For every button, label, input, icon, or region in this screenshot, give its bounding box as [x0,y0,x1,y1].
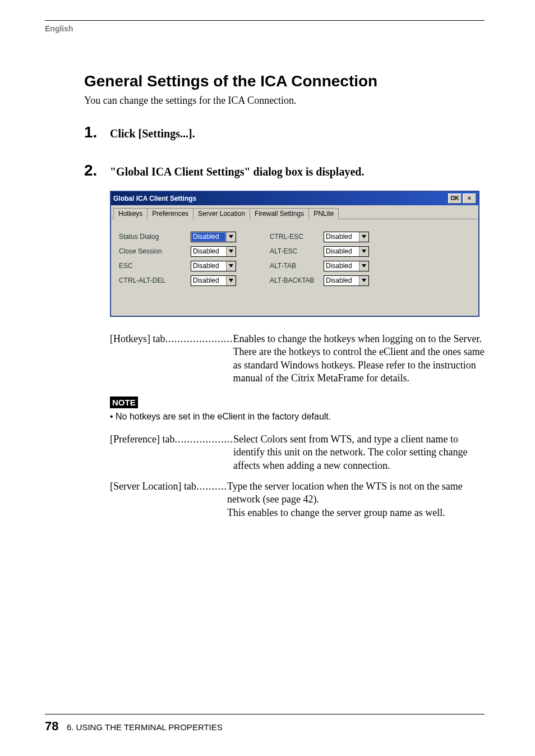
combo-alt-backtab[interactable]: Disabled [324,275,369,286]
def-text: Enables to change the hotkeys when loggi… [233,333,485,385]
close-button[interactable]: × [463,193,476,204]
def-term: [Hotkeys] tab [110,333,165,385]
step-number: 2. [84,162,110,179]
def-text-line1: Type the server location when the WTS is… [227,481,463,505]
combo-value: Disabled [191,247,226,256]
svg-marker-1 [362,235,366,238]
def-term: [Preference] tab [110,433,174,472]
tab-preferences[interactable]: Preferences [147,208,193,219]
svg-marker-0 [229,235,233,238]
tab-firewall-settings[interactable]: Firewall Settings [250,208,309,219]
combo-esc[interactable]: Disabled [191,261,236,271]
hotkey-label-ctrl-esc: CTRL-ESC [270,233,324,241]
tab-server-location[interactable]: Server Location [193,208,250,219]
combo-close-session[interactable]: Disabled [191,246,236,257]
header-language: English [45,24,485,33]
def-term: [Server Location] tab [110,480,196,519]
page-number: 78 [45,719,58,733]
svg-marker-5 [362,264,366,268]
tabstrip: Hotkeys Preferences Server Location Fire… [111,205,478,219]
chapter-title: 6. USING THE TERMINAL PROPERTIES [67,722,223,732]
def-dots: ...................... [165,333,233,385]
combo-value: Disabled [191,276,226,285]
combo-ctrl-esc[interactable]: Disabled [324,232,369,242]
svg-marker-4 [229,264,233,268]
hotkey-label-ctrl-alt-del: CTRL-ALT-DEL [119,276,191,284]
hotkey-row: CTRL-ALT-DEL Disabled ALT-BACKTAB Disabl… [119,273,471,288]
combo-value: Disabled [324,247,359,256]
step-2: 2. "Global ICA Client Settings" dialog b… [84,162,485,179]
def-text: Type the server location when the WTS is… [227,480,485,519]
chevron-down-icon[interactable] [226,232,236,242]
intro-text: You can change the settings for the ICA … [84,95,485,107]
global-ica-dialog: Global ICA Client Settings OK × Hotkeys … [110,191,479,317]
header-rule [45,20,485,21]
tab-pnlite[interactable]: PNLite [308,208,339,219]
dialog-titlebar: Global ICA Client Settings OK × [111,192,478,205]
step-number: 1. [84,123,110,141]
hotkey-row: ESC Disabled ALT-TAB Disabled [119,259,471,273]
combo-value: Disabled [324,232,359,242]
combo-value: Disabled [324,276,359,285]
step-1: 1. Click [Settings...]. [84,123,485,141]
combo-status-dialog[interactable]: Disabled [191,232,236,242]
chevron-down-icon[interactable] [226,261,236,271]
combo-value: Disabled [191,232,226,242]
combo-ctrl-alt-del[interactable]: Disabled [191,275,236,286]
step-text: "Global ICA Client Settings" dialog box … [110,165,364,178]
def-text: Select Colors sent from WTS, and type a … [233,433,485,472]
hotkey-label-esc: ESC [119,262,191,270]
hotkey-label-alt-esc: ALT-ESC [270,247,324,255]
def-hotkeys: [Hotkeys] tab ...................... Ena… [110,333,485,385]
combo-value: Disabled [324,261,359,271]
chevron-down-icon[interactable] [359,261,368,271]
def-dots: .......... [196,480,227,519]
def-text-line2: This enables to change the server group … [227,507,445,518]
svg-marker-6 [229,279,233,282]
page-title: General Settings of the ICA Connection [84,72,485,90]
hotkey-label-status-dialog: Status Dialog [119,233,191,241]
svg-marker-3 [362,250,366,253]
ok-button[interactable]: OK [448,193,462,204]
dialog-title: Global ICA Client Settings [113,195,447,202]
footer-line: 78 6. USING THE TERMINAL PROPERTIES [45,719,485,734]
chevron-down-icon[interactable] [359,276,368,285]
chevron-down-icon[interactable] [226,276,236,285]
tab-hotkeys[interactable]: Hotkeys [113,208,147,219]
hotkey-row: Status Dialog Disabled CTRL-ESC Disabled [119,229,471,244]
footer: 78 6. USING THE TERMINAL PROPERTIES [45,714,485,734]
combo-alt-tab[interactable]: Disabled [324,261,369,271]
chevron-down-icon[interactable] [359,232,368,242]
step-text: Click [Settings...]. [110,127,195,140]
hotkey-label-close-session: Close Session [119,247,191,255]
dialog-body: Status Dialog Disabled CTRL-ESC Disabled… [111,219,478,316]
hotkey-label-alt-tab: ALT-TAB [270,262,324,270]
content: General Settings of the ICA Connection Y… [84,72,485,179]
def-preference: [Preference] tab ................... Sel… [110,433,485,472]
note-bullet: • No hotkeys are set in the eClient in t… [110,411,485,423]
chevron-down-icon[interactable] [359,247,368,256]
svg-marker-2 [229,250,233,253]
def-dots: ................... [174,433,233,472]
combo-value: Disabled [191,261,226,271]
chevron-down-icon[interactable] [226,247,236,256]
note-label: NOTE [110,397,138,409]
dialog-screenshot: Global ICA Client Settings OK × Hotkeys … [110,191,485,317]
footer-rule [45,714,485,714]
svg-marker-7 [362,279,366,282]
combo-alt-esc[interactable]: Disabled [324,246,369,257]
definitions: [Hotkeys] tab ...................... Ena… [110,333,485,519]
page: English General Settings of the ICA Conn… [0,0,535,756]
hotkey-row: Close Session Disabled ALT-ESC Disabled [119,244,471,259]
hotkey-label-alt-backtab: ALT-BACKTAB [270,276,324,284]
def-server-location: [Server Location] tab .......... Type th… [110,480,485,519]
